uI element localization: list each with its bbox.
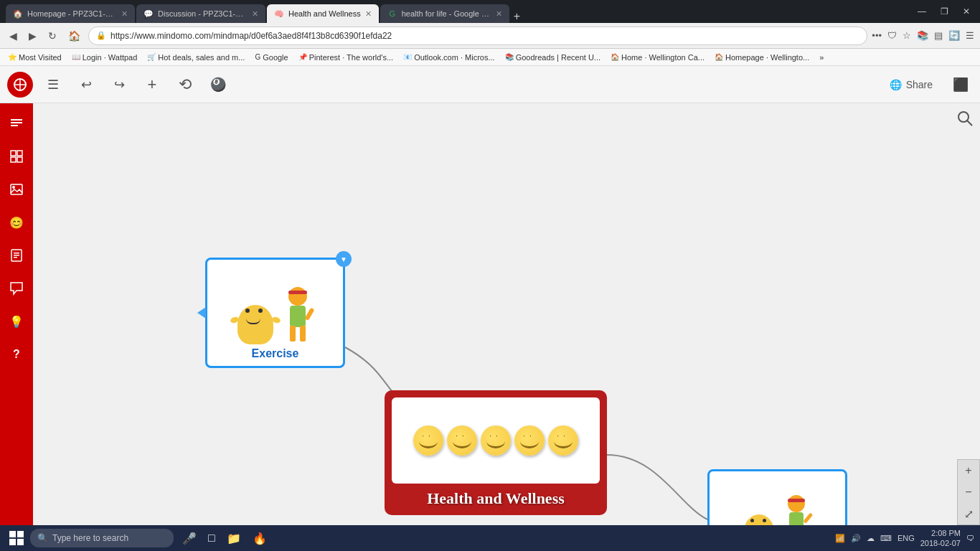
add-child-button[interactable]: ⟲ — [172, 72, 198, 98]
undo-button[interactable]: ↩ — [73, 72, 99, 98]
app-logo — [7, 72, 33, 98]
theme-button[interactable]: 🎱 — [205, 72, 231, 98]
forward-button[interactable]: ▶ — [25, 29, 40, 43]
sidebar-item-notes[interactable] — [4, 242, 29, 268]
more-icon[interactable]: ••• — [872, 30, 882, 41]
sidebar-item-comment[interactable] — [4, 276, 29, 301]
menu-icon[interactable]: ☰ — [966, 30, 974, 41]
bookmarks-bar: ⭐ Most Visited 📖 Login · Wattpad 🛒 Hot d… — [0, 49, 980, 66]
bookmark-icon[interactable]: ☆ — [903, 30, 911, 41]
taskbar: 🔍 Type here to search 🎤 □ 📁 🔥 📶 🔊 ☁ ⌨ EN… — [0, 525, 980, 551]
canvas-area[interactable]: ▼ — [33, 103, 980, 525]
bookmark-google[interactable]: G Google — [251, 53, 291, 62]
left-sidebar: 😊 💡 ? — [0, 103, 33, 525]
share-label: Share — [906, 79, 933, 90]
tab-google-close[interactable]: ✕ — [496, 9, 502, 19]
tab-discussion-close[interactable]: ✕ — [252, 9, 258, 19]
bookmark-wellington2[interactable]: 🏠 Homepage · Wellingto... — [711, 53, 813, 62]
address-bar[interactable]: 🔒 https://www.mindomo.com/mindmap/d0ef6a… — [88, 27, 867, 45]
tab-homepage-close[interactable]: ✕ — [121, 9, 128, 19]
taskbar-network-icon: 📶 — [835, 534, 845, 543]
sidebar-item-layout[interactable] — [4, 143, 29, 169]
sidebar-item-emoji[interactable]: 😊 — [4, 209, 29, 235]
svg-rect-4 — [11, 122, 22, 123]
sidebar-item-text[interactable] — [4, 110, 29, 136]
add-node-button[interactable]: + — [139, 72, 165, 98]
exercise-right-image — [715, 477, 839, 525]
lightbulb-icon: 💡 — [9, 315, 24, 329]
nav-icons: ••• 🛡 ☆ 📚 ▤ 🔄 ☰ — [872, 30, 974, 41]
library-icon[interactable]: 📚 — [917, 30, 928, 41]
bookmark-pinterest-label: Pinterest · The world's... — [309, 53, 393, 62]
tab-mindmap-close[interactable]: ✕ — [365, 9, 372, 19]
taskbar-task-view-icon[interactable]: □ — [205, 529, 218, 547]
taskbar-firefox-icon[interactable]: 🔥 — [250, 529, 270, 548]
zoom-in-button[interactable]: + — [958, 460, 979, 481]
browser-titlebar: 🏠 Homepage - PPZ3C1-E Health ✕ 💬 Discuss… — [0, 0, 980, 23]
layout-icon — [9, 149, 24, 164]
taskbar-search[interactable]: 🔍 Type here to search — [30, 529, 174, 547]
zoom-controls: + − ⤢ — [957, 459, 980, 525]
taskbar-mic-icon[interactable]: 🎤 — [179, 529, 199, 548]
tab-mindmap[interactable]: 🧠 Health and Wellness ✕ — [267, 4, 379, 23]
sidebar-item-image[interactable] — [4, 176, 29, 202]
exercise-top-expand-btn[interactable]: ▼ — [336, 251, 352, 267]
redo-button[interactable]: ↪ — [106, 72, 132, 98]
sidebar-item-idea[interactable]: 💡 — [4, 309, 29, 334]
bookmark-more[interactable]: » — [816, 53, 827, 62]
exercise-right-node[interactable]: Exercise — [707, 469, 847, 525]
health-center-node[interactable]: Health and Wellness — [385, 390, 607, 515]
bookmark-wattpad[interactable]: 📖 Login · Wattpad — [68, 53, 141, 62]
tab-google-favicon: G — [387, 9, 397, 19]
browser-tabs: 🏠 Homepage - PPZ3C1-E Health ✕ 💬 Discuss… — [6, 0, 908, 23]
minimize-button[interactable]: — — [913, 5, 930, 18]
new-tab-button[interactable]: + — [514, 10, 520, 23]
taskbar-notification-icon[interactable]: 🗨 — [966, 534, 974, 542]
pocket-icon[interactable]: 🛡 — [887, 30, 897, 41]
present-button[interactable]: ⬛ — [948, 72, 973, 97]
reader-icon[interactable]: ▤ — [934, 30, 943, 41]
tab-homepage-label: Homepage - PPZ3C1-E Health — [27, 9, 117, 18]
window-controls: — ❐ ✕ — [913, 5, 974, 18]
taskbar-time: 2:08 PM — [920, 528, 961, 538]
bookmark-most-visited[interactable]: ⭐ Most Visited — [4, 53, 65, 62]
tab-discussion-label: Discussion - PPZ3C1-E Health — [158, 9, 248, 18]
bookmark-outlook[interactable]: 📧 Outlook.com · Micros... — [400, 53, 498, 62]
search-icon — [957, 110, 973, 126]
taskbar-explorer-icon[interactable]: 📁 — [224, 529, 244, 548]
tab-discussion[interactable]: 💬 Discussion - PPZ3C1-E Health ✕ — [136, 4, 265, 23]
svg-point-11 — [12, 186, 15, 189]
exercise-top-node[interactable]: ▼ — [205, 258, 345, 368]
tab-mindmap-favicon: 🧠 — [274, 9, 284, 19]
bookmark-wellington1-label: Home · Wellington Ca... — [621, 53, 705, 62]
canvas-search-button[interactable] — [957, 110, 973, 130]
tab-google[interactable]: G health for life - Google Search ✕ — [380, 4, 509, 23]
taskbar-keyboard-icon: ⌨ — [880, 534, 892, 543]
bookmark-wellington2-label: Homepage · Wellingto... — [725, 53, 809, 62]
sidebar-item-help[interactable]: ? — [4, 342, 29, 367]
bookmark-wellington1[interactable]: 🏠 Home · Wellington Ca... — [607, 53, 708, 62]
maximize-button[interactable]: ❐ — [936, 5, 953, 18]
windows-logo-icon — [9, 531, 24, 545]
taskbar-cloud-icon: ☁ — [867, 534, 875, 543]
close-button[interactable]: ✕ — [958, 5, 974, 18]
bookmark-pinterest[interactable]: 📌 Pinterest · The world's... — [295, 53, 397, 62]
bookmark-hotdeals[interactable]: 🛒 Hot deals, sales and m... — [143, 53, 248, 62]
share-button[interactable]: 🌐 Share — [881, 75, 941, 95]
zoom-out-button[interactable]: − — [958, 481, 979, 503]
security-icon: 🔒 — [96, 31, 106, 40]
bookmark-more-label: » — [819, 53, 824, 62]
exercise-top-label: Exercise — [213, 347, 337, 360]
refresh-button[interactable]: ↻ — [44, 29, 60, 43]
zoom-fit-button[interactable]: ⤢ — [958, 503, 979, 524]
smiley-1 — [413, 425, 443, 456]
bookmark-goodreads[interactable]: 📚 Goodreads | Recent U... — [501, 53, 604, 62]
tab-homepage-favicon: 🏠 — [13, 9, 23, 19]
start-button[interactable] — [6, 527, 27, 549]
menu-toggle-button[interactable]: ☰ — [40, 72, 66, 98]
home-button[interactable]: 🏠 — [65, 29, 84, 43]
smiley-faces — [406, 418, 585, 463]
back-button[interactable]: ◀ — [6, 29, 21, 43]
tab-homepage[interactable]: 🏠 Homepage - PPZ3C1-E Health ✕ — [6, 4, 135, 23]
sync-icon[interactable]: 🔄 — [948, 30, 960, 41]
